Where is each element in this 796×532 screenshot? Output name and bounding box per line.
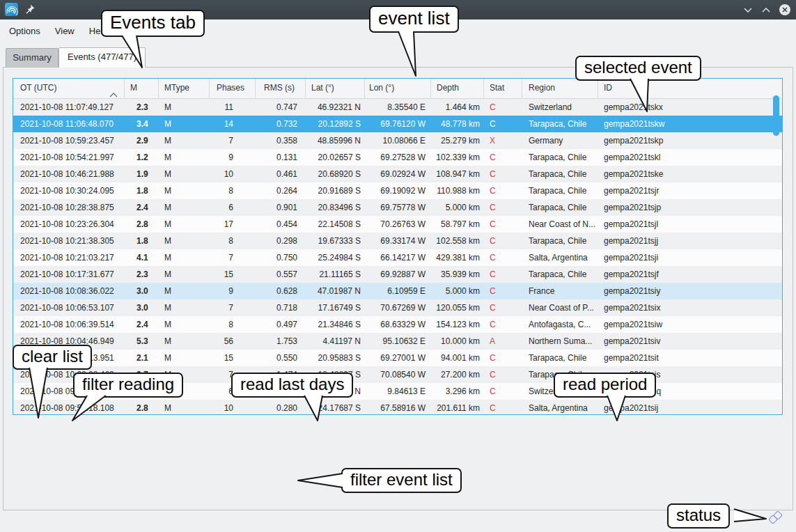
cell-lon: 69.19092 W xyxy=(365,182,431,199)
cell-phases: 8 xyxy=(210,316,256,333)
cell-mtype: M xyxy=(159,216,210,233)
callout-filter-reading: filter reading xyxy=(73,373,183,398)
cell-phases: 56 xyxy=(210,333,256,350)
cell-id: gempa2021tsjj xyxy=(598,233,782,249)
table-row[interactable]: 2021-10-08 10:46:21.9881.9M100.46120.689… xyxy=(13,166,782,182)
table-row[interactable]: 2021-10-08 10:04:13.9512.1M150.55020.958… xyxy=(13,350,782,366)
callout-read-last-days: read last days xyxy=(231,373,353,398)
table-row[interactable]: 2021-10-08 11:07:49.1272.3M110.74746.923… xyxy=(13,99,782,116)
table-row[interactable]: 2021-10-08 10:54:21.9971.2M90.13120.0265… xyxy=(13,149,782,166)
cell-lon: 67.58916 W xyxy=(365,400,431,415)
cell-stat: C xyxy=(484,99,522,116)
cell-stat: C xyxy=(484,199,522,216)
tab-summary[interactable]: Summary xyxy=(6,48,58,67)
cell-depth: 3.296 km xyxy=(431,383,484,400)
column-header-rms[interactable]: RMS (s) xyxy=(256,79,306,98)
cell-phases: 7 xyxy=(210,299,256,316)
cell-phases: 11 xyxy=(210,99,256,116)
column-header-lat[interactable]: Lat (°) xyxy=(306,79,365,98)
cell-lat: 20.68920 S xyxy=(306,166,365,182)
cell-lon: 69.33174 W xyxy=(365,233,431,249)
cell-lon: 9.84613 E xyxy=(365,383,431,400)
tab-events[interactable]: Events (477/477) xyxy=(58,47,146,68)
column-header-ot[interactable]: OT (UTC) xyxy=(13,79,125,98)
sort-ascending-icon xyxy=(109,86,118,98)
cell-lat: 22.14508 S xyxy=(306,216,365,233)
event-table-header: OT (UTC) M MType Phases RMS (s) Lat (°) … xyxy=(13,79,782,99)
cell-depth: 94.001 km xyxy=(431,350,484,366)
cell-stat: C xyxy=(484,216,522,233)
cell-mtype: M xyxy=(159,249,210,266)
cell-region: Antofagasta, C... xyxy=(522,316,598,333)
column-header-lon[interactable]: Lon (°) xyxy=(365,79,431,98)
cell-stat: C xyxy=(484,182,522,199)
cell-stat: C xyxy=(484,249,522,266)
cell-mtype: M xyxy=(159,333,210,350)
cell-m: 3.4 xyxy=(125,116,159,132)
cell-lon: 6.10959 E xyxy=(365,283,431,299)
table-row[interactable]: 2021-10-08 10:21:03.2174.1M70.75025.2498… xyxy=(13,249,782,266)
column-header-mtype[interactable]: MType xyxy=(159,79,210,98)
cell-lat: 20.91689 S xyxy=(306,182,365,199)
cell-region: Tarapaca, Chile xyxy=(522,166,598,182)
column-header-m[interactable]: M xyxy=(125,79,159,98)
cell-mtype: M xyxy=(159,400,210,415)
cell-rms: 0.358 xyxy=(256,132,306,149)
cell-mtype: M xyxy=(159,182,210,199)
cell-lon: 95.10632 E xyxy=(365,333,431,350)
cell-stat: C xyxy=(484,400,522,415)
cell-mtype: M xyxy=(159,233,210,249)
table-row[interactable]: 2021-10-08 10:23:26.3042.8M170.45422.145… xyxy=(13,216,782,233)
table-row[interactable]: 2021-10-08 10:28:38.8752.4M60.90120.8349… xyxy=(13,199,782,216)
cell-depth: 120.055 km xyxy=(431,299,484,316)
table-row[interactable]: 2021-10-08 10:06:39.5142.4M80.49721.3484… xyxy=(13,316,782,333)
cell-m: 2.9 xyxy=(125,132,159,149)
minimize-button[interactable] xyxy=(742,4,755,15)
cell-phases: 7 xyxy=(210,132,256,149)
cell-lon: 66.14217 W xyxy=(365,249,431,266)
cell-depth: 5.000 km xyxy=(431,283,484,299)
table-row[interactable]: 2021-10-08 09:51:18.1082.8M100.28024.176… xyxy=(13,400,782,415)
table-row[interactable]: 2021-10-08 10:08:36.0223.0M90.62847.0198… xyxy=(13,283,782,299)
menu-view[interactable]: View xyxy=(49,23,80,39)
cell-mtype: M xyxy=(159,149,210,166)
cell-lat: 17.16749 S xyxy=(306,299,365,316)
column-header-id[interactable]: ID xyxy=(598,79,782,98)
column-header-region[interactable]: Region xyxy=(522,79,598,98)
column-header-phases[interactable]: Phases xyxy=(210,79,256,98)
cell-lon: 69.75778 W xyxy=(365,199,431,216)
column-header-depth[interactable]: Depth xyxy=(431,79,484,98)
cell-lon: 10.08066 E xyxy=(365,132,431,149)
cell-m: 2.4 xyxy=(125,199,159,216)
cell-id: gempa2021tsiv xyxy=(598,333,782,350)
menu-options[interactable]: Options xyxy=(3,23,46,39)
cell-lon: 70.08540 W xyxy=(365,366,431,383)
cell-m: 3.0 xyxy=(125,299,159,316)
cell-m: 1.8 xyxy=(125,182,159,199)
table-row[interactable]: 2021-10-08 10:06:53.1073.0M70.71817.1674… xyxy=(13,299,782,316)
cell-mtype: M xyxy=(159,283,210,299)
cell-lat: 4.41197 N xyxy=(306,333,365,350)
close-button[interactable] xyxy=(779,3,791,15)
cell-phases: 10 xyxy=(210,166,256,182)
table-row[interactable]: 2021-10-08 10:30:24.0951.8M80.26420.9168… xyxy=(13,182,782,199)
column-header-stat[interactable]: Stat xyxy=(484,79,522,98)
vertical-scrollbar-thumb[interactable] xyxy=(773,95,779,136)
callout-events-tab: Events tab xyxy=(101,10,205,37)
event-table-body: 2021-10-08 11:07:49.1272.3M110.74746.923… xyxy=(13,99,782,415)
table-row[interactable]: 2021-10-08 10:04:46.9495.3M561.7534.4119… xyxy=(13,333,782,350)
cell-depth: 102.558 km xyxy=(431,233,484,249)
table-row[interactable]: 2021-10-08 10:21:38.3051.8M80.29819.6733… xyxy=(13,233,782,249)
cell-depth: 25.279 km xyxy=(431,132,484,149)
table-row[interactable]: 2021-10-08 10:59:23.4572.9M70.35848.8599… xyxy=(13,132,782,149)
table-row[interactable]: 2021-10-08 10:17:31.6772.3M150.55721.111… xyxy=(13,266,782,283)
cell-stat: A xyxy=(484,333,522,350)
callout-clear-list: clear list xyxy=(13,345,92,370)
cell-region: Salta, Argentina xyxy=(522,400,598,415)
cell-stat: C xyxy=(484,316,522,333)
maximize-button[interactable] xyxy=(760,4,773,15)
cell-m: 2.8 xyxy=(125,400,159,415)
cell-region: Tarapaca, Chile xyxy=(522,199,598,216)
table-row[interactable]: 2021-10-08 11:06:48.0703.4M140.73220.128… xyxy=(13,116,782,132)
pin-icon[interactable] xyxy=(24,3,36,18)
